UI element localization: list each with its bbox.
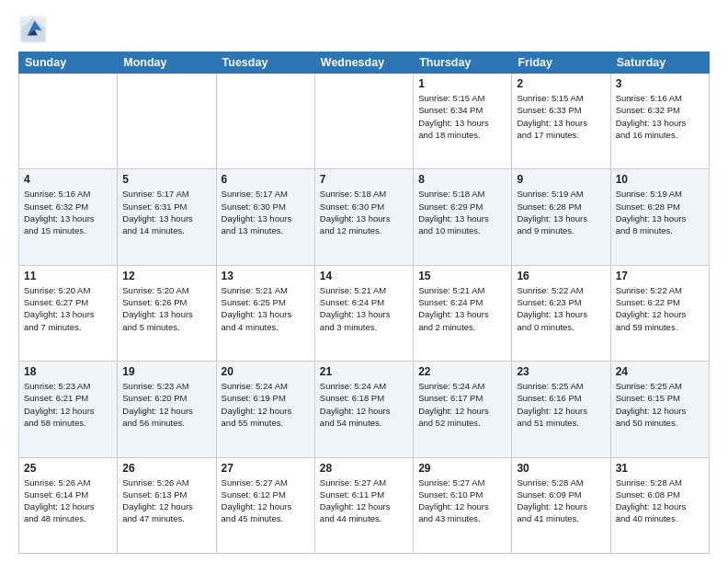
calendar-cell: 31Sunrise: 5:28 AM Sunset: 6:08 PM Dayli… bbox=[610, 457, 709, 553]
day-info: Sunrise: 5:28 AM Sunset: 6:09 PM Dayligh… bbox=[517, 477, 605, 525]
day-number: 2 bbox=[517, 77, 605, 90]
day-number: 23 bbox=[517, 365, 605, 378]
calendar-cell: 19Sunrise: 5:23 AM Sunset: 6:20 PM Dayli… bbox=[118, 362, 216, 457]
day-number: 10 bbox=[616, 173, 704, 186]
day-info: Sunrise: 5:24 AM Sunset: 6:19 PM Dayligh… bbox=[222, 380, 310, 429]
calendar-cell: 29Sunrise: 5:27 AM Sunset: 6:10 PM Dayli… bbox=[414, 457, 512, 553]
day-info: Sunrise: 5:17 AM Sunset: 6:31 PM Dayligh… bbox=[122, 188, 210, 236]
calendar-cell: 17Sunrise: 5:22 AM Sunset: 6:22 PM Dayli… bbox=[610, 265, 709, 361]
day-number: 20 bbox=[222, 365, 310, 378]
day-info: Sunrise: 5:27 AM Sunset: 6:12 PM Dayligh… bbox=[222, 477, 310, 525]
day-info: Sunrise: 5:25 AM Sunset: 6:16 PM Dayligh… bbox=[517, 380, 605, 429]
day-info: Sunrise: 5:22 AM Sunset: 6:22 PM Dayligh… bbox=[616, 284, 704, 333]
day-header-friday: Friday bbox=[512, 52, 610, 74]
day-number: 26 bbox=[122, 462, 210, 475]
calendar-week-5: 25Sunrise: 5:26 AM Sunset: 6:14 PM Dayli… bbox=[19, 457, 710, 553]
day-header-monday: Monday bbox=[118, 52, 216, 74]
day-number: 21 bbox=[320, 365, 408, 378]
calendar-cell: 6Sunrise: 5:17 AM Sunset: 6:30 PM Daylig… bbox=[216, 169, 314, 265]
day-header-thursday: Thursday bbox=[414, 52, 512, 74]
day-number: 30 bbox=[517, 462, 605, 475]
calendar-week-4: 18Sunrise: 5:23 AM Sunset: 6:21 PM Dayli… bbox=[19, 362, 710, 457]
day-info: Sunrise: 5:25 AM Sunset: 6:15 PM Dayligh… bbox=[616, 380, 704, 429]
day-info: Sunrise: 5:26 AM Sunset: 6:13 PM Dayligh… bbox=[122, 477, 210, 525]
day-info: Sunrise: 5:23 AM Sunset: 6:20 PM Dayligh… bbox=[122, 380, 210, 429]
day-info: Sunrise: 5:21 AM Sunset: 6:24 PM Dayligh… bbox=[418, 284, 506, 333]
day-info: Sunrise: 5:20 AM Sunset: 6:26 PM Dayligh… bbox=[122, 284, 210, 333]
calendar-cell bbox=[314, 74, 413, 169]
day-number: 3 bbox=[616, 77, 704, 90]
day-header-saturday: Saturday bbox=[610, 52, 709, 74]
day-number: 16 bbox=[517, 270, 605, 282]
day-number: 18 bbox=[24, 365, 112, 378]
logo-icon bbox=[18, 15, 48, 44]
calendar-cell: 14Sunrise: 5:21 AM Sunset: 6:24 PM Dayli… bbox=[314, 265, 413, 361]
day-number: 27 bbox=[222, 462, 310, 475]
day-number: 31 bbox=[616, 462, 704, 475]
calendar-cell: 21Sunrise: 5:24 AM Sunset: 6:18 PM Dayli… bbox=[314, 362, 413, 457]
calendar-cell: 28Sunrise: 5:27 AM Sunset: 6:11 PM Dayli… bbox=[314, 457, 413, 553]
day-header-wednesday: Wednesday bbox=[314, 52, 413, 74]
header bbox=[18, 15, 710, 44]
day-info: Sunrise: 5:24 AM Sunset: 6:18 PM Dayligh… bbox=[320, 380, 408, 429]
calendar-cell: 12Sunrise: 5:20 AM Sunset: 6:26 PM Dayli… bbox=[118, 265, 216, 361]
day-number: 28 bbox=[320, 462, 408, 475]
page: SundayMondayTuesdayWednesdayThursdayFrid… bbox=[0, 0, 728, 563]
calendar-cell: 27Sunrise: 5:27 AM Sunset: 6:12 PM Dayli… bbox=[216, 457, 314, 553]
day-info: Sunrise: 5:15 AM Sunset: 6:33 PM Dayligh… bbox=[517, 92, 605, 141]
calendar-header-row: SundayMondayTuesdayWednesdayThursdayFrid… bbox=[19, 52, 710, 74]
day-header-tuesday: Tuesday bbox=[216, 52, 314, 74]
day-info: Sunrise: 5:16 AM Sunset: 6:32 PM Dayligh… bbox=[616, 92, 704, 141]
day-number: 9 bbox=[517, 173, 605, 186]
day-info: Sunrise: 5:22 AM Sunset: 6:23 PM Dayligh… bbox=[517, 284, 605, 333]
calendar-cell: 23Sunrise: 5:25 AM Sunset: 6:16 PM Dayli… bbox=[512, 362, 610, 457]
day-info: Sunrise: 5:18 AM Sunset: 6:29 PM Dayligh… bbox=[418, 188, 506, 236]
day-info: Sunrise: 5:21 AM Sunset: 6:25 PM Dayligh… bbox=[222, 284, 310, 333]
calendar-cell: 20Sunrise: 5:24 AM Sunset: 6:19 PM Dayli… bbox=[216, 362, 314, 457]
day-number: 11 bbox=[24, 270, 112, 282]
day-info: Sunrise: 5:19 AM Sunset: 6:28 PM Dayligh… bbox=[517, 188, 605, 236]
day-info: Sunrise: 5:17 AM Sunset: 6:30 PM Dayligh… bbox=[222, 188, 310, 236]
day-info: Sunrise: 5:21 AM Sunset: 6:24 PM Dayligh… bbox=[320, 284, 408, 333]
day-info: Sunrise: 5:20 AM Sunset: 6:27 PM Dayligh… bbox=[24, 284, 112, 333]
day-number: 13 bbox=[222, 270, 310, 282]
calendar-cell: 4Sunrise: 5:16 AM Sunset: 6:32 PM Daylig… bbox=[19, 169, 118, 265]
day-number: 24 bbox=[616, 365, 704, 378]
calendar-week-3: 11Sunrise: 5:20 AM Sunset: 6:27 PM Dayli… bbox=[19, 265, 710, 361]
day-number: 29 bbox=[418, 462, 506, 475]
day-number: 7 bbox=[320, 173, 408, 186]
day-header-sunday: Sunday bbox=[19, 52, 118, 74]
calendar-cell: 26Sunrise: 5:26 AM Sunset: 6:13 PM Dayli… bbox=[118, 457, 216, 553]
calendar-cell: 22Sunrise: 5:24 AM Sunset: 6:17 PM Dayli… bbox=[414, 362, 512, 457]
calendar-cell: 18Sunrise: 5:23 AM Sunset: 6:21 PM Dayli… bbox=[19, 362, 118, 457]
day-number: 4 bbox=[24, 173, 112, 186]
calendar-cell: 16Sunrise: 5:22 AM Sunset: 6:23 PM Dayli… bbox=[512, 265, 610, 361]
calendar-cell: 3Sunrise: 5:16 AM Sunset: 6:32 PM Daylig… bbox=[610, 74, 709, 169]
day-number: 8 bbox=[418, 173, 506, 186]
calendar-week-1: 1Sunrise: 5:15 AM Sunset: 6:34 PM Daylig… bbox=[19, 74, 710, 169]
logo bbox=[18, 15, 51, 44]
calendar-cell: 10Sunrise: 5:19 AM Sunset: 6:28 PM Dayli… bbox=[610, 169, 709, 265]
calendar-cell: 5Sunrise: 5:17 AM Sunset: 6:31 PM Daylig… bbox=[118, 169, 216, 265]
day-info: Sunrise: 5:27 AM Sunset: 6:10 PM Dayligh… bbox=[418, 477, 506, 525]
day-number: 15 bbox=[418, 270, 506, 282]
day-info: Sunrise: 5:19 AM Sunset: 6:28 PM Dayligh… bbox=[616, 188, 704, 236]
calendar-cell: 30Sunrise: 5:28 AM Sunset: 6:09 PM Dayli… bbox=[512, 457, 610, 553]
calendar-cell: 9Sunrise: 5:19 AM Sunset: 6:28 PM Daylig… bbox=[512, 169, 610, 265]
calendar-cell bbox=[19, 74, 118, 169]
day-number: 5 bbox=[122, 173, 210, 186]
day-info: Sunrise: 5:28 AM Sunset: 6:08 PM Dayligh… bbox=[616, 477, 704, 525]
day-info: Sunrise: 5:15 AM Sunset: 6:34 PM Dayligh… bbox=[418, 92, 506, 141]
day-info: Sunrise: 5:24 AM Sunset: 6:17 PM Dayligh… bbox=[418, 380, 506, 429]
day-info: Sunrise: 5:18 AM Sunset: 6:30 PM Dayligh… bbox=[320, 188, 408, 236]
day-number: 12 bbox=[122, 270, 210, 282]
calendar-cell bbox=[216, 74, 314, 169]
calendar-week-2: 4Sunrise: 5:16 AM Sunset: 6:32 PM Daylig… bbox=[19, 169, 710, 265]
calendar-cell: 2Sunrise: 5:15 AM Sunset: 6:33 PM Daylig… bbox=[512, 74, 610, 169]
day-info: Sunrise: 5:27 AM Sunset: 6:11 PM Dayligh… bbox=[320, 477, 408, 525]
calendar-cell: 15Sunrise: 5:21 AM Sunset: 6:24 PM Dayli… bbox=[414, 265, 512, 361]
day-number: 17 bbox=[616, 270, 704, 282]
calendar-table: SundayMondayTuesdayWednesdayThursdayFrid… bbox=[18, 52, 710, 554]
calendar-cell: 25Sunrise: 5:26 AM Sunset: 6:14 PM Dayli… bbox=[19, 457, 118, 553]
day-info: Sunrise: 5:16 AM Sunset: 6:32 PM Dayligh… bbox=[24, 188, 112, 236]
